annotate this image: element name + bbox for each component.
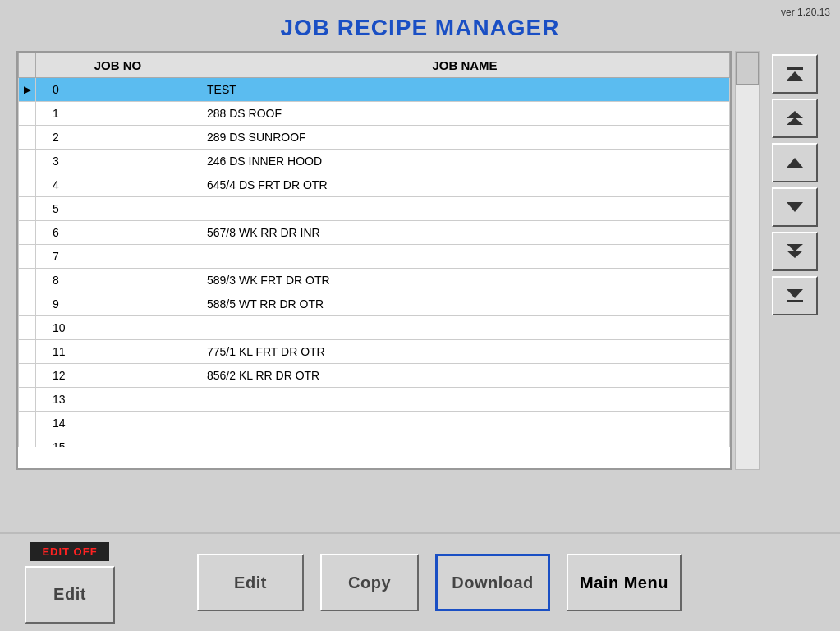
job-name-cell: 645/4 DS FRT DR OTR [200,173,730,197]
job-no-cell: 4 [36,173,200,197]
table-row[interactable]: 3246 DS INNER HOOD [19,150,730,173]
job-name-cell: TEST [200,78,730,102]
edit-button[interactable]: Edit [197,554,304,611]
page-down-button[interactable] [772,232,818,271]
table-row[interactable]: 9588/5 WT RR DR OTR [19,292,730,316]
table-row[interactable]: 7 [19,245,730,269]
row-indicator [19,197,36,221]
bottom-bar: EDIT OFF Edit Edit Copy Download Main Me… [0,532,840,631]
scrollbar-track[interactable] [735,51,760,470]
job-name-cell: 288 DS ROOF [200,102,730,126]
row-indicator [19,150,36,173]
row-indicator [19,435,36,448]
row-indicator [19,102,36,126]
edit-status-group: EDIT OFF Edit [25,542,115,624]
up-button[interactable] [772,143,818,182]
job-no-cell: 11 [36,340,200,364]
job-table-container: JOB NO JOB NAME ▶0TEST1288 DS ROOF2289 D… [16,51,732,470]
job-no-cell: 14 [36,412,200,435]
col-header-jobname: JOB NAME [200,53,730,78]
row-indicator [19,316,36,340]
table-row[interactable]: 1288 DS ROOF [19,102,730,126]
job-no-cell: 15 [36,435,200,448]
svg-rect-0 [787,67,803,70]
job-no-cell: 2 [36,126,200,150]
down-button[interactable] [772,187,818,227]
job-name-cell: 567/8 WK RR DR INR [200,221,730,245]
job-name-cell [200,435,730,448]
edit-off-badge: EDIT OFF [30,542,108,561]
go-to-top-button[interactable] [772,54,818,94]
main-menu-button[interactable]: Main Menu [567,554,682,611]
table-row[interactable]: 8589/3 WK FRT DR OTR [19,269,730,292]
copy-button[interactable]: Copy [320,554,419,611]
table-row[interactable]: 13 [19,388,730,412]
svg-marker-4 [787,158,803,168]
version-label: ver 1.20.13 [781,7,830,18]
row-indicator [19,269,36,292]
row-indicator [19,340,36,364]
row-indicator [19,126,36,150]
job-no-cell: 1 [36,102,200,126]
table-row[interactable]: 14 [19,412,730,435]
table-row[interactable]: 5 [19,197,730,221]
row-indicator [19,388,36,412]
job-name-cell: 589/3 WK FRT DR OTR [200,269,730,292]
job-no-cell: 6 [36,221,200,245]
svg-marker-8 [787,289,803,298]
row-indicator [19,292,36,316]
svg-marker-6 [787,244,803,251]
row-indicator [19,173,36,197]
svg-marker-3 [787,117,803,125]
row-indicator [19,364,36,388]
job-no-cell: 12 [36,364,200,388]
job-name-cell [200,412,730,435]
row-indicator [19,245,36,269]
job-no-cell: 8 [36,269,200,292]
svg-rect-9 [787,300,803,302]
job-table: JOB NO JOB NAME ▶0TEST1288 DS ROOF2289 D… [18,53,730,447]
job-name-cell [200,245,730,269]
page-title: JOB RECIPE MANAGER [0,0,840,51]
job-name-cell [200,197,730,221]
table-row[interactable]: 6567/8 WK RR DR INR [19,221,730,245]
job-name-cell [200,388,730,412]
table-row[interactable]: 10 [19,316,730,340]
svg-marker-5 [787,202,803,212]
page-up-button[interactable] [772,99,818,138]
svg-marker-1 [787,71,803,81]
row-indicator: ▶ [19,78,36,102]
svg-marker-7 [787,251,803,258]
row-indicator [19,221,36,245]
job-no-cell: 7 [36,245,200,269]
table-row[interactable]: 2289 DS SUNROOF [19,126,730,150]
job-no-cell: 9 [36,292,200,316]
job-no-cell: 13 [36,388,200,412]
table-row[interactable]: ▶0TEST [19,78,730,102]
job-name-cell: 775/1 KL FRT DR OTR [200,340,730,364]
job-name-cell: 246 DS INNER HOOD [200,150,730,173]
navigation-buttons [766,51,824,470]
job-name-cell: 588/5 WT RR DR OTR [200,292,730,316]
go-to-bottom-button[interactable] [772,276,818,316]
edit-toggle-button[interactable]: Edit [25,566,115,624]
scrollbar-thumb[interactable] [736,52,759,85]
job-name-cell: 289 DS SUNROOF [200,126,730,150]
job-name-cell [200,316,730,340]
table-row[interactable]: 11775/1 KL FRT DR OTR [19,340,730,364]
job-no-cell: 10 [36,316,200,340]
main-area: JOB NO JOB NAME ▶0TEST1288 DS ROOF2289 D… [16,51,824,470]
job-no-cell: 0 [36,78,200,102]
download-button[interactable]: Download [435,554,550,611]
col-header-jobno: JOB NO [36,53,200,78]
job-no-cell: 5 [36,197,200,221]
job-name-cell: 856/2 KL RR DR OTR [200,364,730,388]
svg-marker-2 [787,111,803,118]
table-row[interactable]: 15 [19,435,730,448]
row-indicator [19,412,36,435]
job-no-cell: 3 [36,150,200,173]
table-row[interactable]: 12856/2 KL RR DR OTR [19,364,730,388]
table-row[interactable]: 4645/4 DS FRT DR OTR [19,173,730,197]
